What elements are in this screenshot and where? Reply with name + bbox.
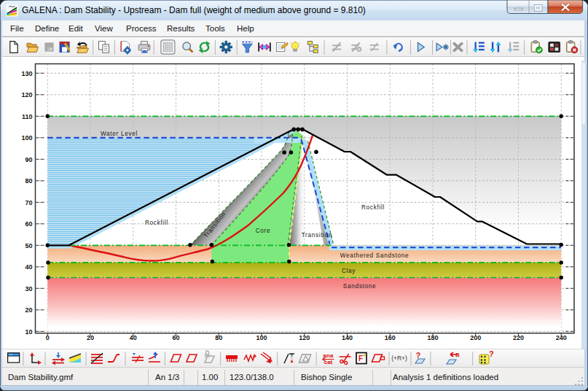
svg-text:100: 100 — [256, 334, 267, 341]
svg-text:120: 120 — [21, 91, 32, 98]
svg-text:20: 20 — [87, 334, 94, 341]
svg-text:Water Level: Water Level — [101, 131, 138, 137]
svg-text:?: ? — [416, 351, 420, 360]
svg-text:200: 200 — [470, 334, 481, 341]
svg-text:Sandstone: Sandstone — [343, 283, 376, 290]
svg-text:30: 30 — [25, 285, 32, 293]
svg-text:Rockfill: Rockfill — [361, 204, 385, 211]
svg-text:F: F — [358, 355, 363, 363]
svg-text:Clay: Clay — [342, 268, 356, 274]
svg-text:180: 180 — [427, 334, 438, 341]
svg-text:cat: cat — [324, 359, 333, 365]
svg-text:50: 50 — [25, 242, 32, 249]
svg-text:20: 20 — [25, 306, 32, 314]
svg-text:110: 110 — [22, 113, 33, 120]
svg-text:Core: Core — [256, 228, 271, 234]
svg-text:Weathered Sandstone: Weathered Sandstone — [340, 252, 409, 259]
svg-text:?: ? — [489, 349, 494, 358]
svg-text:60: 60 — [25, 220, 32, 228]
svg-text:40: 40 — [130, 334, 137, 341]
svg-text:0: 0 — [46, 334, 50, 341]
svg-text:80: 80 — [25, 177, 32, 185]
svg-text:220: 220 — [513, 334, 524, 341]
svg-text:70: 70 — [25, 199, 32, 206]
svg-text:(+R+): (+R+) — [391, 355, 407, 362]
svg-text:B: B — [455, 352, 460, 358]
svg-text:40: 40 — [25, 263, 32, 271]
svg-text:100: 100 — [21, 134, 32, 142]
svg-text:Rockfill: Rockfill — [145, 220, 168, 226]
svg-text:130: 130 — [21, 70, 32, 77]
svg-text:80: 80 — [215, 334, 222, 341]
svg-text:240: 240 — [556, 334, 567, 341]
svg-text:10: 10 — [25, 328, 32, 336]
svg-text:160: 160 — [385, 334, 396, 341]
svg-text:120: 120 — [299, 334, 310, 341]
svg-text:140: 140 — [342, 334, 353, 341]
svg-text:Transition: Transition — [302, 232, 333, 239]
svg-text:60: 60 — [172, 334, 179, 341]
svg-text:90: 90 — [25, 156, 32, 163]
